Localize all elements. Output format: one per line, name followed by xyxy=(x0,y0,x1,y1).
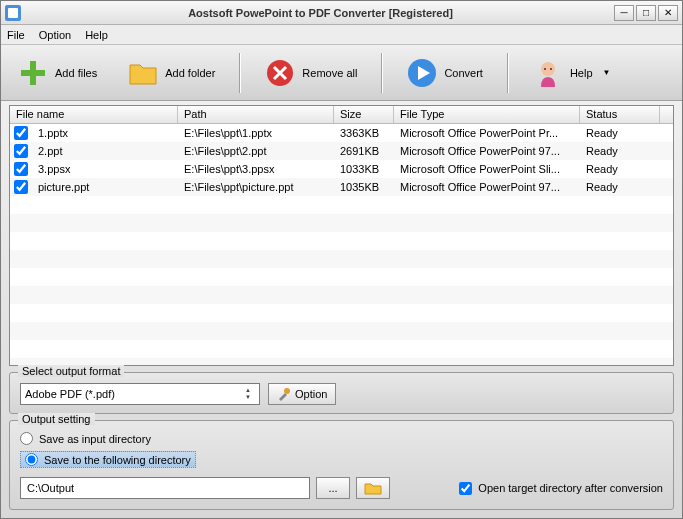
minimize-button[interactable]: ─ xyxy=(614,5,634,21)
menu-help[interactable]: Help xyxy=(85,29,108,41)
svg-point-6 xyxy=(541,62,555,76)
svg-point-7 xyxy=(544,68,546,70)
toolbar-separator xyxy=(381,53,382,93)
file-list: File name Path Size File Type Status 1.p… xyxy=(9,105,674,366)
maximize-button[interactable]: □ xyxy=(636,5,656,21)
list-body[interactable]: 1.pptxE:\Files\ppt\1.pptx3363KBMicrosoft… xyxy=(10,124,673,365)
window-title: Aostsoft PowePoint to PDF Converter [Reg… xyxy=(27,7,614,19)
row-checkbox[interactable] xyxy=(14,126,28,140)
table-row[interactable]: 1.pptxE:\Files\ppt\1.pptx3363KBMicrosoft… xyxy=(10,124,673,142)
format-panel: Select output format Adobe PDF (*.pdf) ▲… xyxy=(9,372,674,414)
save-following-radio[interactable]: Save to the following directory xyxy=(20,451,196,468)
add-files-button[interactable]: Add files xyxy=(11,53,103,93)
wrench-icon xyxy=(277,387,291,401)
row-checkbox[interactable] xyxy=(14,162,28,176)
spinner-icon: ▲▼ xyxy=(241,387,255,401)
browse-button[interactable]: ... xyxy=(316,477,350,499)
column-filename[interactable]: File name xyxy=(10,106,178,123)
titlebar: Aostsoft PowePoint to PDF Converter [Reg… xyxy=(1,1,682,25)
table-row[interactable]: picture.pptE:\Files\ppt\picture.ppt1035K… xyxy=(10,178,673,196)
add-folder-button[interactable]: Add folder xyxy=(121,53,221,93)
open-folder-button[interactable] xyxy=(356,477,390,499)
format-legend: Select output format xyxy=(18,365,124,377)
menubar: File Option Help xyxy=(1,25,682,45)
column-status[interactable]: Status xyxy=(580,106,660,123)
column-path[interactable]: Path xyxy=(178,106,334,123)
column-size[interactable]: Size xyxy=(334,106,394,123)
output-path-input[interactable] xyxy=(20,477,310,499)
window-controls: ─ □ ✕ xyxy=(614,5,678,21)
table-row[interactable]: 3.ppsxE:\Files\ppt\3.ppsx1033KBMicrosoft… xyxy=(10,160,673,178)
chevron-down-icon: ▼ xyxy=(603,68,611,77)
save-as-input-radio[interactable]: Save as input directory xyxy=(20,432,663,445)
remove-all-button[interactable]: Remove all xyxy=(258,53,363,93)
row-checkbox[interactable] xyxy=(14,144,28,158)
svg-point-9 xyxy=(284,388,290,394)
toolbar-separator xyxy=(239,53,240,93)
help-button[interactable]: Help ▼ xyxy=(526,53,617,93)
folder-open-icon xyxy=(364,481,382,495)
toolbar: Add files Add folder Remove all Convert xyxy=(1,45,682,101)
svg-rect-1 xyxy=(8,8,18,18)
play-icon xyxy=(406,57,438,89)
plus-icon xyxy=(17,57,49,89)
app-icon xyxy=(5,5,21,21)
open-after-checkbox[interactable]: Open target directory after conversion xyxy=(459,482,663,495)
list-header: File name Path Size File Type Status xyxy=(10,106,673,124)
format-select[interactable]: Adobe PDF (*.pdf) ▲▼ xyxy=(20,383,260,405)
convert-button[interactable]: Convert xyxy=(400,53,489,93)
menu-option[interactable]: Option xyxy=(39,29,71,41)
remove-icon xyxy=(264,57,296,89)
table-row[interactable]: 2.pptE:\Files\ppt\2.ppt2691KBMicrosoft O… xyxy=(10,142,673,160)
main-window: Aostsoft PowePoint to PDF Converter [Reg… xyxy=(0,0,683,519)
folder-icon xyxy=(127,57,159,89)
output-legend: Output setting xyxy=(18,413,95,425)
svg-rect-3 xyxy=(21,70,45,76)
row-checkbox[interactable] xyxy=(14,180,28,194)
option-button[interactable]: Option xyxy=(268,383,336,405)
column-type[interactable]: File Type xyxy=(394,106,580,123)
close-button[interactable]: ✕ xyxy=(658,5,678,21)
svg-point-8 xyxy=(550,68,552,70)
help-icon xyxy=(532,57,564,89)
toolbar-separator xyxy=(507,53,508,93)
menu-file[interactable]: File xyxy=(7,29,25,41)
output-panel: Output setting Save as input directory S… xyxy=(9,420,674,510)
